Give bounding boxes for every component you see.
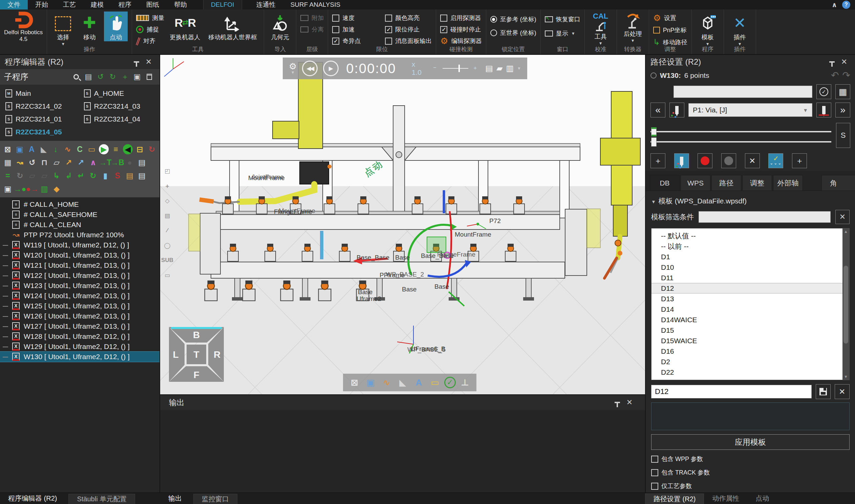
check-accel[interactable]: 加速 xyxy=(332,24,379,35)
record-disabled-icon[interactable]: ● xyxy=(124,157,136,168)
close-icon[interactable]: ✕ xyxy=(623,397,636,408)
point-position-slider[interactable] xyxy=(651,141,831,143)
tree-item[interactable]: S R2ZC3214_01 xyxy=(1,113,80,125)
check-singularity[interactable]: 奇异点 xyxy=(332,36,379,46)
stop-icon[interactable]: S xyxy=(112,170,123,181)
film-icon[interactable]: ▥ xyxy=(506,64,514,73)
speed-slider[interactable]: −＋ xyxy=(443,68,468,69)
tab-angle[interactable]: 角 xyxy=(821,175,855,191)
settings-button[interactable]: ⚙设置 xyxy=(653,13,688,23)
restore-window-button[interactable]: 恢复窗口 xyxy=(545,14,581,24)
search-icon[interactable] xyxy=(70,71,82,82)
rotate-point-icon[interactable]: ↺ xyxy=(26,157,38,168)
branch-icon[interactable]: ↳ xyxy=(51,170,62,181)
tab-db[interactable]: DB xyxy=(650,175,680,191)
text-label-icon[interactable]: A xyxy=(26,144,37,155)
template-previous[interactable]: -- 以前 -- xyxy=(652,241,842,252)
import-program-icon[interactable]: ↺ xyxy=(94,71,107,82)
menu-process[interactable]: 工艺 xyxy=(55,0,83,10)
path-points-icon[interactable]: ∿ xyxy=(380,376,393,389)
template-default[interactable]: -- 默认值 -- xyxy=(652,231,842,241)
jog-button[interactable]: 点动 xyxy=(104,12,128,41)
check-include-wpp[interactable]: 包含 WPP 参数 xyxy=(651,454,850,463)
path-up-icon[interactable]: ↗ xyxy=(63,157,74,168)
program-line-weld[interactable]: W127 [ Utool1, Uframe2, D13, () ] xyxy=(0,321,160,331)
wait-icon[interactable]: ▮ xyxy=(100,170,111,181)
print-icon[interactable]: ▣ xyxy=(2,183,14,195)
grid-icon[interactable]: ▦ xyxy=(2,157,14,168)
3d-viewport[interactable]: JointFrameMountFrameMountFrameFlangeFram… xyxy=(160,55,645,394)
record-inactive-button[interactable] xyxy=(721,153,736,168)
video-record-icon[interactable]: ▰ xyxy=(496,64,502,73)
view-cube[interactable]: B L T R F xyxy=(167,326,225,383)
program-line-call[interactable]: # CALL A_HOME xyxy=(0,199,160,210)
program-line-weld[interactable]: W128 [ Utool1, Uframe2, D12, () ] xyxy=(0,331,160,342)
delete-point-button[interactable]: ✕ xyxy=(745,153,760,168)
path-points-icon[interactable]: ∿ xyxy=(62,144,73,155)
play-icon[interactable]: ▶ xyxy=(99,144,109,154)
checklist-icon[interactable]: ▤ xyxy=(82,71,94,82)
pin-icon[interactable] xyxy=(826,56,838,67)
pdf-export-icon[interactable]: ▤ xyxy=(485,64,493,73)
sphere-view-icon[interactable]: ◯ xyxy=(162,241,172,250)
save-template-button[interactable] xyxy=(816,384,831,399)
io-in-icon[interactable]: →● xyxy=(14,183,26,195)
close-icon[interactable]: ✕ xyxy=(143,56,155,67)
move-button[interactable]: ✚ 移动 xyxy=(77,12,101,41)
statusbar-tab-staubli-config[interactable]: Stäubli 单元配置 xyxy=(68,494,135,504)
document-icon[interactable]: ▤ xyxy=(136,170,148,181)
program-line-ptp[interactable]: PTP P72 Utool1 Uframe2 100% xyxy=(0,230,160,240)
check-enable-detector[interactable]: 启用探测器 xyxy=(440,13,481,23)
copy-program-icon[interactable]: ▣ xyxy=(131,71,143,82)
annotation-icon[interactable]: A xyxy=(412,376,426,389)
align-path-icon[interactable]: = xyxy=(2,170,14,181)
add-point-before-button[interactable]: ＋ xyxy=(651,153,665,168)
menu-delfoi[interactable]: DELFOI xyxy=(203,0,242,10)
export-program-icon[interactable]: ↻ xyxy=(107,71,119,82)
pin-icon[interactable] xyxy=(611,397,623,408)
pin-icon[interactable] xyxy=(130,56,143,67)
points-magenta-icon[interactable]: ∧ xyxy=(87,157,99,168)
point-select-dropdown[interactable]: P1: Via, [J] ▼ xyxy=(689,103,812,117)
check-speed[interactable]: 速度 xyxy=(332,13,379,23)
statusbar-tab-path-settings[interactable]: 路径设置 (R2) xyxy=(645,493,704,504)
delete-program-icon[interactable] xyxy=(143,71,156,82)
layers-icon[interactable]: ▤ xyxy=(162,211,172,220)
status-ok-icon[interactable]: ✓ xyxy=(444,377,456,388)
template-filter-input[interactable] xyxy=(698,211,831,223)
iso-view-icon[interactable]: ◇ xyxy=(162,196,172,205)
measure-button[interactable]: 测量 xyxy=(136,13,164,23)
scrollbar-thumb[interactable] xyxy=(843,266,848,344)
loop-disabled-icon[interactable]: ↻ xyxy=(14,170,26,181)
ramp-icon[interactable]: ◣ xyxy=(396,376,409,389)
torch-weld-button[interactable] xyxy=(816,103,831,118)
close-icon[interactable]: ✕ xyxy=(838,56,850,67)
to-base-icon[interactable]: →B xyxy=(112,157,123,168)
export-model-icon[interactable]: ◆ xyxy=(51,183,62,195)
tab-wps[interactable]: WPS xyxy=(681,175,710,191)
tab-external-axis[interactable]: 外部轴 xyxy=(773,175,803,191)
tree-item-current[interactable]: S R2ZC3214_05 xyxy=(1,126,80,138)
sub-level-icon[interactable]: SUB xyxy=(162,256,172,265)
program-line-weld[interactable]: W129 [ Utool1, Uframe2, D12, () ] xyxy=(0,342,160,352)
plugins-button[interactable]: ✕ 插件▼ xyxy=(728,12,752,46)
fit-view-icon[interactable]: ◰ xyxy=(162,166,172,175)
program-line-call[interactable]: # CALL A_CLEAN xyxy=(0,220,160,230)
program-line-weld[interactable]: W121 [ Utool1, Uframe2, D13, () ] xyxy=(0,260,160,270)
geometry-button[interactable]: 几何元 xyxy=(268,12,292,41)
program-line-weld[interactable]: W119 [ Utool1, Uframe2, D12, () ] xyxy=(0,240,160,250)
spline-icon[interactable]: ↝ xyxy=(14,157,26,168)
postprocessor-button[interactable]: 后处理▼ xyxy=(621,12,645,43)
weld-icon[interactable]: ⊠ xyxy=(2,144,13,155)
menu-start[interactable]: 开始 xyxy=(28,0,55,10)
add-point-after-button[interactable]: ＋ xyxy=(792,153,807,168)
play-reverse-icon[interactable]: ◀ xyxy=(123,144,133,154)
check-message-output[interactable]: 消息面板输出 xyxy=(385,36,432,46)
template-button[interactable]: 模板▼ xyxy=(696,12,719,46)
point-radio[interactable] xyxy=(651,72,657,78)
menu-connectivity[interactable]: 连通性 xyxy=(249,0,283,10)
template-description-box[interactable] xyxy=(651,402,850,430)
io-out-icon[interactable]: ●→ xyxy=(26,183,38,195)
statusbar-tab-motion-props[interactable]: 动作属性 xyxy=(704,493,747,504)
subprogram-doc-icon[interactable]: ▤ xyxy=(136,157,148,168)
